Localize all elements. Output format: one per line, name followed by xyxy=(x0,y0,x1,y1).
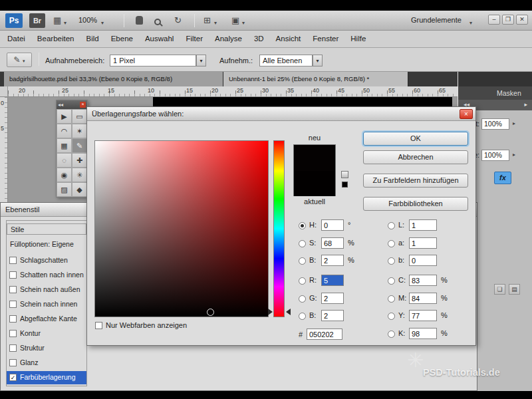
style-item-glanz[interactable]: Glanz xyxy=(7,356,86,370)
color-field[interactable] xyxy=(94,140,269,317)
delete-icon[interactable]: ▤ xyxy=(509,284,520,295)
blending-options-item[interactable]: Fülloptionen: Eigene xyxy=(7,238,86,251)
web-safe-color-swatch[interactable] xyxy=(342,182,348,188)
workspace-switcher[interactable]: Grundelemente xyxy=(411,16,462,24)
arrange-documents-icon[interactable]: ⊞ xyxy=(203,15,211,27)
style-item-schatten-nach-innen[interactable]: Schatten nach innen xyxy=(7,269,86,282)
minimize-button[interactable]: – xyxy=(488,15,500,25)
healing-tool-icon[interactable]: ◌ xyxy=(57,153,72,168)
gradient-tool-icon[interactable]: ◆ xyxy=(72,182,87,197)
eraser-tool-icon[interactable]: ▨ xyxy=(57,182,72,197)
panel-menu-icon[interactable]: ▸ xyxy=(524,100,527,110)
stamp-tool-icon[interactable]: ◉ xyxy=(57,168,72,182)
new-layer-icon[interactable]: ❏ xyxy=(494,284,505,295)
style-item-schein-nach-aussen[interactable]: Schein nach außen xyxy=(7,283,86,297)
hand-tool-icon[interactable] xyxy=(136,16,143,28)
history-brush-tool-icon[interactable]: ✳ xyxy=(72,168,87,182)
hex-input[interactable] xyxy=(307,329,342,340)
add-to-swatches-button[interactable]: Zu Farbfeldern hinzufügen xyxy=(363,174,468,188)
eyedropper-tool-icon[interactable]: ✎ xyxy=(72,138,87,153)
y-radio[interactable] xyxy=(388,313,395,320)
b2-radio[interactable] xyxy=(299,313,306,320)
hue-slider[interactable] xyxy=(273,140,285,317)
color-libraries-button[interactable]: Farbbibliotheken xyxy=(363,197,468,211)
web-gamut-warning-icon[interactable] xyxy=(341,171,348,178)
sample-size-select[interactable]: 1 Pixel ▾ xyxy=(110,55,196,66)
s-radio[interactable] xyxy=(299,240,306,247)
zoom-dropdown-icon[interactable]: ▾ xyxy=(101,17,104,29)
checkbox[interactable] xyxy=(9,330,17,337)
masks-panel-tab[interactable]: Masken xyxy=(458,86,532,100)
eyedropper-tool-preset[interactable]: ✎ ▾ xyxy=(7,53,32,67)
menu-fenster[interactable]: Fenster xyxy=(307,31,344,47)
extras-dropdown-icon[interactable]: ▾ xyxy=(64,17,66,29)
bridge-button[interactable]: Br xyxy=(29,13,45,28)
s-input[interactable] xyxy=(321,237,344,249)
style-item-kontur[interactable]: Kontur xyxy=(7,327,86,340)
b2-input[interactable] xyxy=(321,310,344,321)
style-item-schlagschatten[interactable]: Schlagschatten xyxy=(7,254,86,267)
extras-icon[interactable]: ▦ xyxy=(53,15,61,27)
sample-layers-select[interactable]: Alle Ebenen ▾ xyxy=(259,55,313,66)
cancel-button[interactable]: Abbrechen xyxy=(363,150,468,164)
a-input[interactable] xyxy=(409,237,437,249)
density-value[interactable]: 100% xyxy=(481,118,509,130)
rotate-view-icon[interactable]: ↻ xyxy=(174,15,182,27)
style-item-abgeflachte-kante[interactable]: Abgeflachte Kante xyxy=(7,313,86,326)
magic-wand-tool-icon[interactable]: ✶ xyxy=(72,124,87,138)
screen-mode-dropdown-icon[interactable]: ▾ xyxy=(242,17,245,29)
lasso-tool-icon[interactable]: ◠ xyxy=(57,124,72,138)
menu-filter[interactable]: Filter xyxy=(180,31,209,47)
checkbox-checked[interactable]: ✓ xyxy=(9,374,17,381)
zoom-level-value[interactable]: 100% xyxy=(78,16,97,24)
y-input[interactable] xyxy=(409,310,437,321)
lab-b-radio[interactable] xyxy=(388,257,395,265)
c-radio[interactable] xyxy=(388,277,395,285)
g-radio[interactable] xyxy=(299,295,306,303)
checkbox[interactable] xyxy=(9,257,17,264)
screen-mode-icon[interactable]: ▣ xyxy=(231,15,239,27)
feather-value[interactable]: 100% xyxy=(481,150,509,161)
a-radio[interactable] xyxy=(388,240,395,247)
checkbox[interactable] xyxy=(9,271,17,279)
feather-spinner-icon[interactable]: ▸ xyxy=(513,152,515,158)
toolbox-header[interactable]: ◂◂ × xyxy=(57,100,87,109)
collapse-panel-icon[interactable]: ◂◂ xyxy=(58,101,63,109)
dialog-close-icon[interactable]: × xyxy=(460,109,473,119)
checkbox[interactable] xyxy=(9,359,17,366)
web-colors-checkbox-row[interactable]: Nur Webfarben anzeigen xyxy=(95,321,187,329)
menu-ansicht[interactable]: Ansicht xyxy=(270,31,307,47)
c-input[interactable] xyxy=(409,275,437,286)
sample-size-dropdown-icon[interactable]: ▾ xyxy=(196,55,206,66)
move-tool-icon[interactable]: ▶ xyxy=(57,109,72,124)
h-radio[interactable] xyxy=(299,222,306,229)
brush-tool-icon[interactable]: ✚ xyxy=(72,153,87,168)
maximize-button[interactable]: ❐ xyxy=(502,15,514,25)
menu-ebene[interactable]: Ebene xyxy=(105,31,139,47)
k-radio[interactable] xyxy=(388,331,395,338)
hue-slider-marker-left[interactable] xyxy=(268,309,273,315)
k-input[interactable] xyxy=(409,328,437,339)
l-input[interactable] xyxy=(409,219,437,231)
style-item-farbueberlagerung[interactable]: ✓ Farbüberlagerung xyxy=(7,371,86,384)
ok-button[interactable]: OK xyxy=(363,132,468,146)
style-item-struktur[interactable]: Struktur xyxy=(7,342,86,355)
crop-tool-icon[interactable]: ▦ xyxy=(57,138,72,153)
menu-hilfe[interactable]: Hilfe xyxy=(344,31,372,47)
checkbox[interactable] xyxy=(9,344,17,352)
document-tab-unbenannt[interactable]: Unbenannt-1 bei 25% (Ebene 0 Kopie 8, RG… xyxy=(223,72,408,86)
hue-slider-marker-right[interactable] xyxy=(286,309,291,315)
m-input[interactable] xyxy=(409,293,437,304)
checkbox[interactable] xyxy=(9,301,17,308)
r-radio[interactable] xyxy=(299,277,306,285)
arrange-dropdown-icon[interactable]: ▾ xyxy=(214,17,217,29)
menu-datei[interactable]: Datei xyxy=(1,31,31,47)
g-input[interactable] xyxy=(321,293,344,304)
web-colors-checkbox[interactable] xyxy=(95,322,102,329)
document-tab-badgirlsilhouette[interactable]: badgirlsilhouette.psd bei 33,3% (Ebene 0… xyxy=(4,72,223,86)
h-input[interactable] xyxy=(321,219,344,231)
menu-auswahl[interactable]: Auswahl xyxy=(139,31,180,47)
b-radio[interactable] xyxy=(299,257,306,265)
m-radio[interactable] xyxy=(388,295,395,303)
layer-effects-fx-badge[interactable]: fx xyxy=(494,172,511,184)
